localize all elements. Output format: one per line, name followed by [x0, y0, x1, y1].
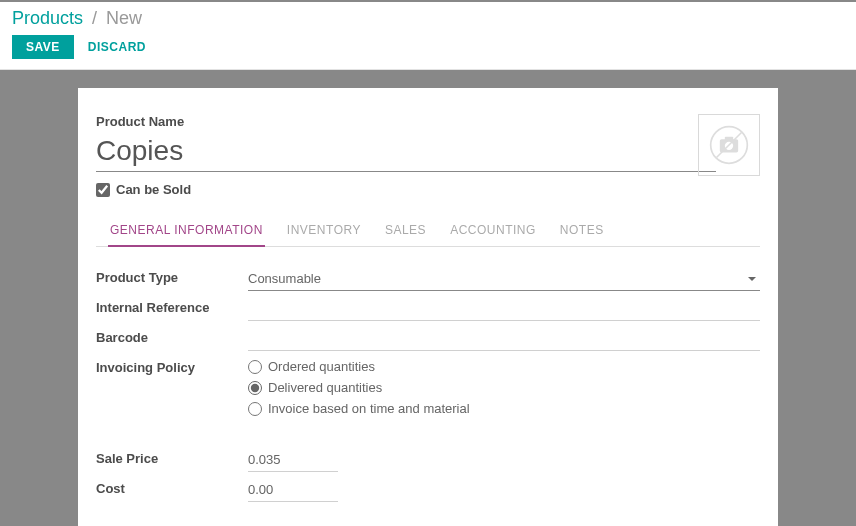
product-type-select[interactable] — [248, 267, 760, 291]
tab-sales[interactable]: SALES — [383, 215, 428, 247]
invoicing-option-ordered[interactable]: Ordered quantities — [248, 359, 760, 374]
row-sale-price: Sale Price — [96, 448, 760, 472]
svg-rect-2 — [725, 137, 733, 141]
breadcrumb-current: New — [106, 8, 142, 28]
product-type-label: Product Type — [96, 267, 248, 285]
row-invoicing-policy: Invoicing Policy Ordered quantities Deli… — [96, 357, 760, 416]
cost-input[interactable] — [248, 478, 338, 502]
product-name-label: Product Name — [96, 114, 760, 129]
can-be-sold-label: Can be Sold — [116, 182, 191, 197]
discard-button[interactable]: DISCARD — [88, 40, 146, 54]
product-type-field — [248, 267, 760, 291]
invoicing-policy-group: Ordered quantities Delivered quantities … — [248, 357, 760, 416]
tab-general-information[interactable]: GENERAL INFORMATION — [108, 215, 265, 247]
sale-price-input[interactable] — [248, 448, 338, 472]
breadcrumb: Products / New — [12, 8, 844, 29]
tab-inventory[interactable]: INVENTORY — [285, 215, 363, 247]
internal-reference-label: Internal Reference — [96, 297, 248, 315]
breadcrumb-separator: / — [92, 8, 97, 28]
invoicing-policy-label: Invoicing Policy — [96, 357, 248, 375]
barcode-label: Barcode — [96, 327, 248, 345]
form-sheet: Product Name Can be Sold GENERAL INFORMA… — [78, 88, 778, 526]
invoicing-option-time-material[interactable]: Invoice based on time and material — [248, 401, 760, 416]
can-be-sold-row[interactable]: Can be Sold — [96, 182, 760, 197]
tab-notes[interactable]: NOTES — [558, 215, 606, 247]
internal-reference-input[interactable] — [248, 297, 760, 321]
tabs: GENERAL INFORMATION INVENTORY SALES ACCO… — [96, 215, 760, 247]
general-form: Product Type Internal Reference Barcode … — [96, 267, 760, 502]
row-internal-reference: Internal Reference — [96, 297, 760, 321]
tab-accounting[interactable]: ACCOUNTING — [448, 215, 538, 247]
header: Products / New SAVE DISCARD — [0, 2, 856, 70]
invoicing-radio-delivered[interactable] — [248, 381, 262, 395]
toolbar: SAVE DISCARD — [12, 35, 844, 59]
viewport: Product Name Can be Sold GENERAL INFORMA… — [0, 70, 856, 526]
row-product-type: Product Type — [96, 267, 760, 291]
row-cost: Cost — [96, 478, 760, 502]
invoicing-radio-time-material[interactable] — [248, 402, 262, 416]
invoicing-label-ordered: Ordered quantities — [268, 359, 375, 374]
product-name-input[interactable] — [96, 133, 716, 172]
product-image-placeholder[interactable] — [698, 114, 760, 176]
barcode-input[interactable] — [248, 327, 760, 351]
can-be-sold-checkbox[interactable] — [96, 183, 110, 197]
invoicing-option-delivered[interactable]: Delivered quantities — [248, 380, 760, 395]
cost-label: Cost — [96, 478, 248, 496]
invoicing-label-time-material: Invoice based on time and material — [268, 401, 470, 416]
invoicing-radio-ordered[interactable] — [248, 360, 262, 374]
row-barcode: Barcode — [96, 327, 760, 351]
invoicing-label-delivered: Delivered quantities — [268, 380, 382, 395]
save-button[interactable]: SAVE — [12, 35, 74, 59]
breadcrumb-root[interactable]: Products — [12, 8, 83, 28]
camera-icon — [709, 125, 749, 165]
sale-price-label: Sale Price — [96, 448, 248, 466]
